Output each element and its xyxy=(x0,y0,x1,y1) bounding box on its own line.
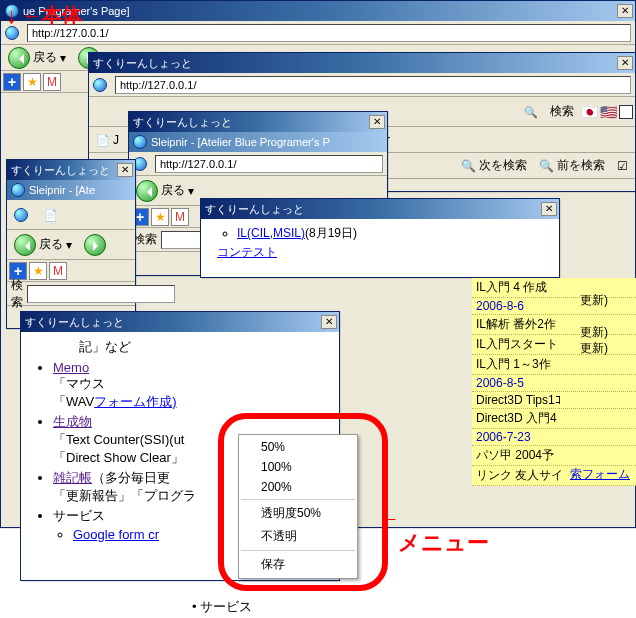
link-memo[interactable]: Memo xyxy=(53,360,89,375)
flag-us[interactable]: 🇺🇸 xyxy=(600,104,617,120)
side-row[interactable]: Direct3D 入門4 xyxy=(472,409,636,429)
link-tail[interactable]: 索フォーム xyxy=(570,467,630,481)
search-label: 検索 xyxy=(11,277,23,311)
search-icon[interactable] xyxy=(519,102,543,122)
sub-title-4: Sleipnir - [Ate xyxy=(29,184,133,196)
addressbar-3: http://127.0.0.1/ xyxy=(129,152,387,176)
close-icon[interactable]: ✕ xyxy=(117,163,133,177)
context-menu: 50% 100% 200% 透明度50% 不透明 保存 xyxy=(238,434,358,579)
ie-icon xyxy=(93,78,107,92)
side-row[interactable]: IL入門 1～3作 xyxy=(472,355,636,375)
close-icon[interactable]: ✕ xyxy=(321,315,337,329)
window-title-5: すくりーんしょっと xyxy=(25,315,321,330)
titlebar-main[interactable]: ue Programer's Page] ✕ xyxy=(1,1,635,21)
window-4: すくりーんしょっと ✕ Sleipnir - [Ate 戻る ▾ + ★ M 検… xyxy=(6,159,136,329)
bookmark-link[interactable]: J xyxy=(91,130,124,150)
close-icon[interactable]: ✕ xyxy=(617,4,633,18)
menu-item-opacity50[interactable]: 透明度50% xyxy=(239,502,357,525)
star-tab[interactable]: ★ xyxy=(151,208,169,226)
date-text: (8月19日) xyxy=(305,226,357,240)
icon-btn[interactable] xyxy=(39,205,63,225)
stray-text: • サービス xyxy=(192,598,252,616)
titlebar-6[interactable]: すくりーんしょっと ✕ xyxy=(201,199,559,219)
url-field-3[interactable]: http://127.0.0.1/ xyxy=(155,155,383,173)
menu-item-opaque[interactable]: 不透明 xyxy=(239,525,357,548)
close-icon[interactable]: ✕ xyxy=(541,202,557,216)
search-input-4[interactable] xyxy=(27,285,175,303)
ie-icon xyxy=(11,183,25,197)
content-6: IL(CIL,MSIL)(8月19日) コンテスト xyxy=(201,219,559,277)
search-button[interactable]: 検索 xyxy=(545,102,579,122)
flag-other[interactable] xyxy=(619,105,633,119)
menu-item-200[interactable]: 200% xyxy=(239,477,357,497)
icon-btn[interactable] xyxy=(9,205,37,225)
annotation-menu: メニュー xyxy=(398,528,489,558)
link-contest[interactable]: コンテスト xyxy=(217,245,277,259)
down-arrow-icon: ↓ xyxy=(6,3,17,29)
back-button[interactable]: 戻る ▾ xyxy=(9,235,77,255)
back-button[interactable]: 戻る ▾ xyxy=(3,48,71,68)
text: 「Direct Show Clear」 xyxy=(53,450,184,465)
tail-text: 記」など xyxy=(23,338,337,356)
tail-text: 更新) xyxy=(580,340,608,357)
subtitlebar-3: Sleipnir - [Atelier Blue Programer's P xyxy=(129,132,387,152)
menu-item-50[interactable]: 50% xyxy=(239,437,357,457)
addressbar-2: http://127.0.0.1/ xyxy=(89,73,635,97)
window-title-2: すくりーんしょっと xyxy=(93,56,617,71)
back-button[interactable]: 戻る ▾ xyxy=(131,181,199,201)
window-title-4: すくりーんしょっと xyxy=(11,163,117,178)
forward-button[interactable] xyxy=(79,235,111,255)
list-item: Memo 「マウス 「WAVフォーム作成) xyxy=(53,360,337,411)
text: 「マウス xyxy=(53,376,105,391)
side-date: 2006-8-6 xyxy=(472,298,636,315)
window-6: すくりーんしょっと ✕ IL(CIL,MSIL)(8月19日) コンテスト xyxy=(200,198,560,278)
close-icon[interactable]: ✕ xyxy=(617,56,633,70)
titlebar-4[interactable]: すくりーんしょっと ✕ xyxy=(7,160,135,180)
link-form[interactable]: フォーム作成) xyxy=(94,394,176,409)
m-tab[interactable]: M xyxy=(43,73,61,91)
titlebar-3[interactable]: すくりーんしょっと ✕ xyxy=(129,112,387,132)
menu-item-save[interactable]: 保存 xyxy=(239,553,357,576)
m-tab[interactable]: M xyxy=(171,208,189,226)
titlebar-2[interactable]: すくりーんしょっと ✕ xyxy=(89,53,635,73)
new-tab-button[interactable]: + xyxy=(3,73,21,91)
text: 「更新報告」「プログラ xyxy=(53,488,196,503)
side-row[interactable]: Direct3D Tips1ｺ xyxy=(472,392,636,409)
text: （多分毎日更 xyxy=(92,470,170,485)
side-list: IL入門 4 作成 2006-8-6 IL解析 番外2作 IL入門スタート IL… xyxy=(472,278,636,486)
side-row[interactable]: IL入門スタート xyxy=(472,335,636,355)
titlebar-5[interactable]: すくりーんしょっと ✕ xyxy=(21,312,339,332)
url-field-2[interactable]: http://127.0.0.1/ xyxy=(115,76,631,94)
link-zakki[interactable]: 雑記帳 xyxy=(53,470,92,485)
side-row[interactable]: IL解析 番外2作 xyxy=(472,315,636,335)
addressbar-main: http://127.0.0.1/ xyxy=(1,21,635,45)
url-field-main[interactable]: http://127.0.0.1/ xyxy=(27,24,631,42)
side-date: 2006-7-23 xyxy=(472,429,636,446)
flag-jp[interactable]: 🇯🇵 xyxy=(581,104,598,120)
find-prev[interactable]: 🔍 前を検索 xyxy=(534,156,610,176)
side-date: 2006-8-5 xyxy=(472,375,636,392)
link-il[interactable]: IL(CIL,MSIL) xyxy=(237,226,305,240)
star-tab[interactable]: ★ xyxy=(29,262,47,280)
find-next[interactable]: 🔍 次を検索 xyxy=(456,156,532,176)
close-icon[interactable]: ✕ xyxy=(369,115,385,129)
annotation-body: ←本体 xyxy=(22,2,82,29)
find-opt[interactable]: ☑ xyxy=(612,156,633,176)
side-row[interactable]: IL入門 4 作成 xyxy=(472,278,636,298)
text: 「WAV xyxy=(53,394,94,409)
text: サービス xyxy=(53,508,105,523)
tail-text: 索フォーム xyxy=(570,466,630,483)
sub-title-3: Sleipnir - [Atelier Blue Programer's P xyxy=(151,136,385,148)
link-google[interactable]: Google form cr xyxy=(73,527,159,542)
side-row[interactable]: パソ甲 2004予 xyxy=(472,446,636,466)
m-tab[interactable]: M xyxy=(49,262,67,280)
search-label: 検索 xyxy=(133,231,157,248)
list-item: IL(CIL,MSIL)(8月19日) xyxy=(237,225,553,242)
text: 「Text Counter(SSI)(ut xyxy=(53,432,185,447)
star-tab[interactable]: ★ xyxy=(23,73,41,91)
searchbar-4: 検索 xyxy=(7,282,135,306)
ie-icon xyxy=(133,135,147,149)
menu-item-100[interactable]: 100% xyxy=(239,457,357,477)
toolbar-4a xyxy=(7,200,135,230)
link-seisei[interactable]: 生成物 xyxy=(53,414,92,429)
